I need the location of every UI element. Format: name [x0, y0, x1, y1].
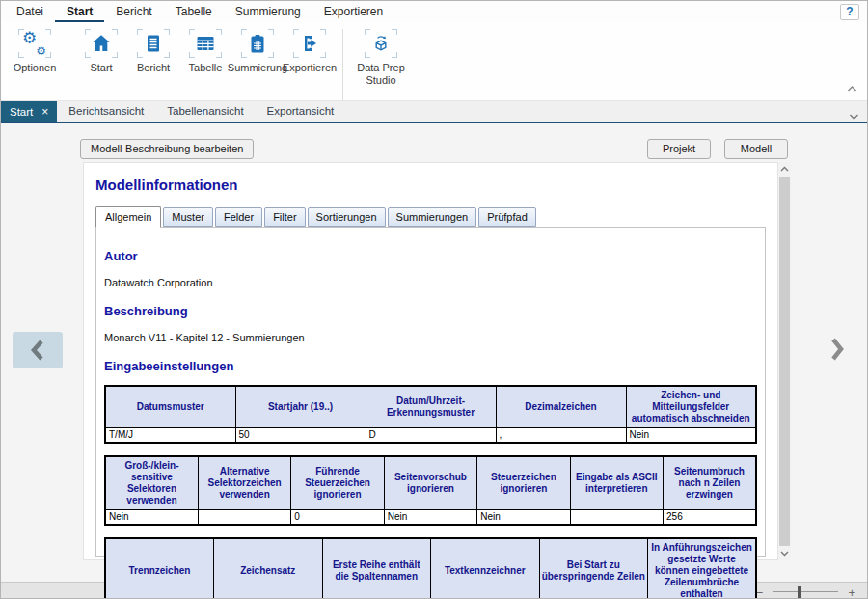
header-cell: Eingabe als ASCII interpretieren	[570, 456, 663, 510]
table-header-row: Trennzeichen Zeichensatz Erste Reihe ent…	[105, 538, 756, 599]
header-cell: Führende Steuerzeichen ignorieren	[291, 456, 384, 510]
table-header-row: Groß-/klein-sensitive Selektoren verwend…	[105, 456, 756, 510]
model-info-tabs: Allgemein Muster Felder Filter Sortierun…	[95, 206, 766, 227]
zoom-slider[interactable]	[773, 586, 838, 598]
header-cell: Datumsmuster	[105, 386, 235, 428]
tab-allgemein[interactable]: Allgemein	[95, 206, 161, 228]
header-cell: Seitenvorschub ignorieren	[384, 456, 476, 510]
tab-sortierungen[interactable]: Sortierungen	[308, 207, 386, 227]
input-settings-table-3: Trennzeichen Zeichensatz Erste Reihe ent…	[104, 537, 757, 599]
ribbon-optionen-button[interactable]: ⚙⚙ Optionen	[9, 29, 61, 74]
table-header-row: Datumsmuster Startjahr (19..) Datum/Uhrz…	[105, 386, 756, 428]
header-cell: Erste Reihe enthält die Spaltennamen	[322, 538, 431, 599]
value-cell: 0	[291, 510, 384, 526]
value-cell: T/M/J	[105, 428, 235, 444]
projekt-button[interactable]: Projekt	[647, 139, 711, 159]
header-cell: Zeichensatz	[214, 538, 323, 599]
header-cell: Dezimalzeichen	[496, 386, 626, 428]
tab-summierungen[interactable]: Summierungen	[388, 207, 477, 227]
chevron-left-icon	[29, 339, 46, 362]
page-title: Modellinformationen	[95, 177, 766, 193]
value-cell	[570, 510, 663, 526]
ribbon-separator	[342, 29, 343, 100]
menu-bericht[interactable]: Bericht	[104, 1, 163, 22]
next-page-button[interactable]	[819, 328, 855, 370]
ribbon-start-button[interactable]: Start	[75, 29, 127, 74]
ribbon-button-label: Optionen	[14, 62, 57, 74]
ribbon-collapse-chevron-icon[interactable]	[847, 79, 857, 96]
menu-summierung[interactable]: Summierung	[224, 1, 312, 22]
tab-label: Start	[10, 106, 33, 118]
ribbon-button-label: Bericht	[137, 62, 170, 74]
edit-model-description-button[interactable]: Modell-Beschreibung bearbeiten	[80, 139, 254, 159]
header-cell: In Anführungszeichen gesetzte Werte könn…	[648, 538, 757, 599]
menu-start[interactable]: Start	[55, 1, 104, 22]
header-cell: Startjahr (19..)	[235, 386, 366, 428]
tab-pruefpfad[interactable]: Prüfpfad	[478, 207, 536, 227]
ribbon-data-prep-studio-button[interactable]: Data Prep Studio	[350, 29, 412, 86]
ribbon-separator	[68, 29, 68, 100]
description-heading: Beschreibung	[104, 304, 757, 318]
tab-start[interactable]: Start ×	[1, 101, 57, 122]
tab-filter[interactable]: Filter	[264, 207, 305, 227]
header-cell: Datum/Uhrzeit-Erkennungsmuster	[366, 386, 496, 428]
tab-tabellenansicht[interactable]: Tabellenansicht	[155, 101, 255, 122]
vertical-scrollbar[interactable]	[778, 162, 791, 560]
workspace: Modell-Beschreibung bearbeiten Projekt M…	[1, 123, 867, 582]
header-cell: Steuerzeichen ignorieren	[477, 456, 570, 510]
header-cell: Bei Start zu überspringende Zeilen	[539, 538, 648, 599]
clipboard-summary-icon	[241, 29, 274, 58]
ribbon-summierung-button[interactable]: Summierung	[231, 29, 284, 74]
table-grid-icon	[189, 29, 222, 58]
zoom-slider-track	[773, 591, 838, 592]
menu-exportieren[interactable]: Exportieren	[312, 1, 394, 22]
header-cell: Alternative Selektorzeichen verwenden	[198, 456, 290, 510]
ribbon-button-label: Summierung	[228, 62, 287, 74]
zoom-in-button[interactable]: +	[848, 586, 855, 599]
input-settings-table-1: Datumsmuster Startjahr (19..) Datum/Uhrz…	[104, 385, 757, 444]
zoom-slider-handle[interactable]	[798, 586, 801, 598]
model-info-panel: Modellinformationen Allgemein Muster Fel…	[83, 162, 778, 560]
header-cell: Textkennzeichner	[431, 538, 540, 599]
description-value: Monarch V11 - Kapitel 12 - Summierungen	[104, 332, 757, 343]
scroll-up-chevron-icon[interactable]	[778, 162, 791, 176]
home-icon	[85, 29, 118, 58]
value-cell	[198, 510, 290, 526]
tab-exportansicht[interactable]: Exportansicht	[256, 101, 346, 122]
table-value-row: T/M/J 50 D , Nein	[105, 428, 756, 444]
ribbon-tabelle-button[interactable]: Tabelle	[179, 29, 231, 74]
scrollbar-thumb[interactable]	[779, 177, 790, 546]
table-value-row: Nein 0 Nein Nein 256	[105, 510, 756, 526]
chevron-right-icon	[828, 337, 846, 362]
value-cell: ,	[496, 428, 626, 444]
help-button[interactable]: ?	[840, 4, 859, 20]
tab-muster[interactable]: Muster	[163, 207, 213, 227]
allgemein-tab-content: Autor Datawatch Corporation Beschreibung…	[95, 227, 766, 557]
tab-felder[interactable]: Felder	[215, 207, 262, 227]
header-cell: Seitenumbruch nach n Zeilen erzwingen	[664, 456, 756, 510]
ribbon-exportieren-button[interactable]: Exportieren	[284, 29, 336, 74]
value-cell: Nein	[477, 510, 570, 526]
monarch-app-window: { "window": { "help_label": "?" }, "menu…	[0, 0, 868, 599]
modell-button[interactable]: Modell	[724, 139, 788, 159]
ribbon-button-label: Tabelle	[189, 62, 223, 74]
value-cell: Nein	[626, 428, 756, 444]
author-value: Datawatch Corporation	[104, 277, 757, 288]
header-cell: Zeichen- und Mitteilungsfelder automatis…	[626, 386, 756, 428]
previous-page-button[interactable]	[13, 332, 63, 368]
author-heading: Autor	[104, 249, 757, 263]
value-cell: 50	[235, 428, 366, 444]
ribbon-bericht-button[interactable]: Bericht	[127, 29, 179, 74]
value-cell: D	[366, 428, 496, 444]
view-tab-bar: Start × Berichtsansicht Tabellenansicht …	[1, 101, 867, 123]
tab-list-chevron-down-icon[interactable]	[849, 107, 859, 124]
input-settings-table-2: Groß-/klein-sensitive Selektoren verwend…	[104, 455, 757, 526]
menu-bar: Datei Start Bericht Tabelle Summierung E…	[1, 1, 867, 22]
scroll-down-chevron-icon[interactable]	[778, 547, 791, 560]
menu-datei[interactable]: Datei	[5, 1, 55, 22]
export-arrow-icon	[293, 29, 326, 58]
tab-berichtsansicht[interactable]: Berichtsansicht	[57, 101, 155, 122]
ribbon-button-label: Data Prep Studio	[350, 62, 412, 86]
menu-tabelle[interactable]: Tabelle	[164, 1, 224, 22]
close-icon[interactable]: ×	[41, 106, 48, 118]
